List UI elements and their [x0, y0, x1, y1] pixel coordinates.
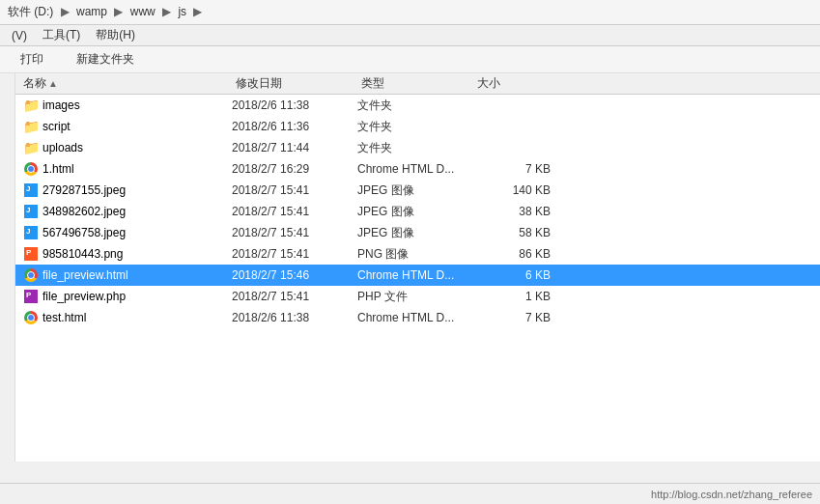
file-date: 2018/2/7 15:41	[232, 290, 357, 303]
file-size: 86 KB	[473, 247, 551, 261]
menu-item-view[interactable]: (V)	[4, 27, 35, 44]
file-date: 2018/2/7 15:41	[232, 226, 357, 239]
file-list: 名称 ▲ 修改日期 类型 大小 📁 images 2018/2/6 11:38 …	[15, 73, 820, 462]
file-type: PNG 图像	[357, 246, 473, 263]
table-row[interactable]: 985810443.png 2018/2/7 15:41 PNG 图像 86 K…	[15, 243, 820, 265]
file-date: 2018/2/7 15:41	[232, 205, 357, 218]
sort-arrow-icon: ▲	[48, 78, 58, 89]
file-type: JPEG 图像	[357, 225, 473, 241]
table-row[interactable]: file_preview.html 2018/2/7 15:46 Chrome …	[15, 265, 820, 286]
chrome-icon	[23, 161, 39, 177]
file-type: JPEG 图像	[357, 204, 473, 220]
file-date: 2018/2/6 11:38	[232, 98, 357, 112]
file-name: 567496758.jpeg	[42, 226, 232, 239]
status-bar: http://blog.csdn.net/zhang_referee	[0, 483, 820, 504]
folder-icon: 📁	[23, 140, 39, 155]
breadcrumb-part: 软件 (D:)	[8, 5, 53, 18]
file-name: test.html	[42, 311, 232, 324]
file-date: 2018/2/7 11:44	[232, 141, 357, 154]
file-type: Chrome HTML D...	[357, 311, 473, 324]
toolbar: 打印 新建文件夹	[0, 46, 820, 73]
file-name: uploads	[42, 141, 232, 154]
file-date: 2018/2/6 11:36	[232, 120, 357, 133]
file-type: 文件夹	[357, 98, 473, 114]
file-type: Chrome HTML D...	[357, 268, 473, 282]
file-type: Chrome HTML D...	[357, 162, 473, 176]
menu-item-help[interactable]: 帮助(H)	[88, 25, 143, 45]
menu-bar: (V) 工具(T) 帮助(H)	[0, 25, 820, 46]
file-size: 140 KB	[473, 183, 551, 197]
file-date: 2018/2/7 15:46	[232, 268, 357, 282]
breadcrumb-sep: ▶	[61, 5, 70, 18]
file-size: 58 KB	[473, 226, 551, 239]
col-header-name[interactable]: 名称 ▲	[23, 75, 236, 92]
file-date: 2018/2/7 15:41	[232, 183, 357, 197]
file-name: file_preview.html	[42, 268, 232, 282]
col-header-size[interactable]: 大小	[477, 75, 554, 92]
col-header-type[interactable]: 类型	[361, 75, 477, 92]
breadcrumb: 软件 (D:) ▶ wamp ▶ www ▶ js ▶	[8, 4, 206, 20]
table-row[interactable]: 📁 script 2018/2/6 11:36 文件夹	[15, 116, 820, 137]
file-size: 7 KB	[473, 311, 551, 324]
address-bar: 软件 (D:) ▶ wamp ▶ www ▶ js ▶	[0, 0, 820, 25]
breadcrumb-part: wamp	[76, 5, 107, 18]
table-row[interactable]: 567496758.jpeg 2018/2/7 15:41 JPEG 图像 58…	[15, 222, 820, 243]
new-folder-button[interactable]: 新建文件夹	[64, 48, 147, 70]
explorer-main: 名称 ▲ 修改日期 类型 大小 📁 images 2018/2/6 11:38 …	[0, 73, 820, 462]
file-name: script	[42, 120, 232, 133]
folder-icon: 📁	[23, 98, 39, 113]
file-name: 279287155.jpeg	[42, 183, 232, 197]
file-name: 985810443.png	[42, 247, 232, 261]
file-name: images	[42, 98, 232, 112]
jpeg-icon	[23, 225, 39, 240]
table-row[interactable]: file_preview.php 2018/2/7 15:41 PHP 文件 1…	[15, 286, 820, 307]
file-size: 6 KB	[473, 268, 551, 282]
table-row[interactable]: 📁 images 2018/2/6 11:38 文件夹	[15, 95, 820, 116]
print-button[interactable]: 打印	[8, 48, 56, 70]
table-row[interactable]: 279287155.jpeg 2018/2/7 15:41 JPEG 图像 14…	[15, 180, 820, 201]
chrome-icon	[23, 267, 39, 283]
col-header-date[interactable]: 修改日期	[236, 75, 361, 92]
folder-icon: 📁	[23, 119, 39, 134]
menu-item-tools[interactable]: 工具(T)	[35, 25, 88, 45]
column-headers: 名称 ▲ 修改日期 类型 大小	[15, 73, 820, 95]
table-row[interactable]: 1.html 2018/2/7 16:29 Chrome HTML D... 7…	[15, 158, 820, 180]
php-icon	[23, 289, 39, 304]
file-size: 38 KB	[473, 205, 551, 218]
breadcrumb-sep: ▶	[114, 5, 123, 18]
table-row[interactable]: 348982602.jpeg 2018/2/7 15:41 JPEG 图像 38…	[15, 201, 820, 222]
jpeg-icon	[23, 182, 39, 198]
table-row[interactable]: test.html 2018/2/6 11:38 Chrome HTML D..…	[15, 307, 820, 328]
png-icon	[23, 246, 39, 262]
file-type: 文件夹	[357, 140, 473, 156]
file-type: 文件夹	[357, 119, 473, 135]
file-name: 1.html	[42, 162, 232, 176]
file-type: JPEG 图像	[357, 182, 473, 199]
file-date: 2018/2/6 11:38	[232, 311, 357, 324]
table-row[interactable]: 📁 uploads 2018/2/7 11:44 文件夹	[15, 137, 820, 158]
status-url: http://blog.csdn.net/zhang_referee	[651, 489, 812, 500]
breadcrumb-sep: ▶	[162, 5, 171, 18]
file-date: 2018/2/7 15:41	[232, 247, 357, 261]
jpeg-icon	[23, 204, 39, 219]
sidebar	[0, 73, 15, 462]
file-name: 348982602.jpeg	[42, 205, 232, 218]
file-date: 2018/2/7 16:29	[232, 162, 357, 176]
breadcrumb-part: www	[130, 5, 156, 18]
breadcrumb-part: js	[178, 5, 186, 18]
chrome-icon	[23, 310, 39, 325]
file-type: PHP 文件	[357, 289, 473, 305]
file-name: file_preview.php	[42, 290, 232, 303]
file-size: 1 KB	[473, 290, 551, 303]
file-size: 7 KB	[473, 162, 551, 176]
file-rows: 📁 images 2018/2/6 11:38 文件夹 📁 script 201…	[15, 95, 820, 462]
breadcrumb-sep: ▶	[193, 5, 202, 18]
